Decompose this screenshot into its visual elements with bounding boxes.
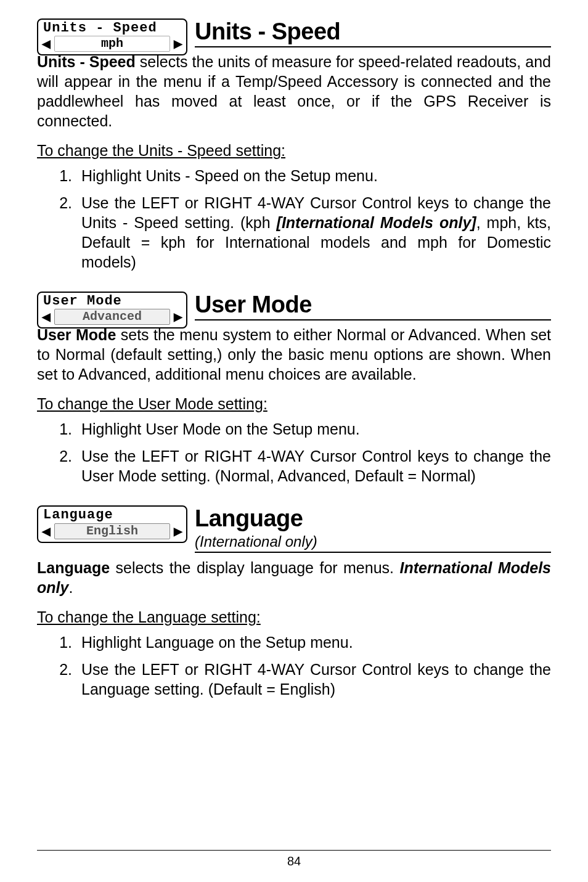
menu-value: Advanced [54, 309, 170, 325]
title-block: Language (International only) [195, 505, 551, 553]
body-paragraph: Language selects the display language fo… [37, 558, 551, 597]
body-mid: selects the display language for menus. [110, 559, 399, 576]
section-title: Units - Speed [195, 18, 551, 45]
section-user-mode: User Mode ◀ Advanced ▶ User Mode User Mo… [37, 292, 551, 486]
section-units-speed: Units - Speed ◀ mph ▶ Units - Speed Unit… [37, 18, 551, 272]
title-rule [195, 319, 551, 321]
right-arrow-icon: ▶ [174, 37, 182, 51]
section-language: Language ◀ English ▶ Language (Internati… [37, 505, 551, 699]
section-title: User Mode [195, 292, 551, 318]
footer-rule [37, 850, 551, 851]
subheading: To change the User Mode setting: [37, 395, 551, 413]
title-block: Units - Speed [195, 18, 551, 47]
right-arrow-icon: ▶ [174, 310, 182, 324]
left-arrow-icon: ◀ [42, 37, 51, 51]
menu-box-user-mode: User Mode ◀ Advanced ▶ [37, 292, 187, 329]
menu-value-row: ◀ English ▶ [38, 523, 186, 542]
menu-value: English [54, 523, 170, 539]
menu-value: mph [54, 36, 170, 52]
title-block: User Mode [195, 292, 551, 321]
subheading: To change the Language setting: [37, 608, 551, 626]
section-title: Language [195, 505, 551, 532]
step-item: Highlight Language on the Setup menu. [76, 632, 551, 652]
menu-label: User Mode [38, 293, 186, 309]
step-item: Use the LEFT or RIGHT 4-WAY Cursor Contr… [76, 446, 551, 486]
page-footer: 84 [37, 850, 551, 868]
lead-bold: User Mode [37, 326, 116, 343]
title-rule [195, 552, 551, 553]
right-arrow-icon: ▶ [174, 525, 182, 538]
header-row: User Mode ◀ Advanced ▶ User Mode [37, 292, 551, 329]
body-bold: Language [37, 559, 110, 576]
lead-paragraph: User Mode sets the menu system to either… [37, 325, 551, 384]
header-row: Language ◀ English ▶ Language (Internati… [37, 505, 551, 553]
subheading: To change the Units - Speed setting: [37, 142, 551, 160]
title-rule [195, 46, 551, 47]
menu-label: Language [38, 507, 186, 523]
step-item: Use the LEFT or RIGHT 4-WAY Cursor Contr… [76, 659, 551, 699]
menu-box-language: Language ◀ English ▶ [37, 505, 187, 542]
section-subtitle: (International only) [195, 533, 551, 550]
page-number: 84 [37, 854, 551, 868]
step-item: Highlight Units - Speed on the Setup men… [76, 166, 551, 186]
steps-list: Highlight User Mode on the Setup menu. U… [37, 419, 551, 486]
left-arrow-icon: ◀ [42, 310, 51, 324]
menu-box-units-speed: Units - Speed ◀ mph ▶ [37, 18, 187, 55]
step-item: Use the LEFT or RIGHT 4-WAY Cursor Contr… [76, 193, 551, 272]
step-item: Highlight User Mode on the Setup menu. [76, 419, 551, 439]
lead-bold: Units - Speed [37, 53, 136, 70]
body-end: . [68, 579, 73, 596]
lead-paragraph: Units - Speed selects the units of measu… [37, 52, 551, 131]
menu-label: Units - Speed [38, 20, 186, 36]
header-row: Units - Speed ◀ mph ▶ Units - Speed [37, 18, 551, 55]
steps-list: Highlight Units - Speed on the Setup men… [37, 166, 551, 272]
steps-list: Highlight Language on the Setup menu. Us… [37, 632, 551, 699]
step-ital: [International Models only] [277, 214, 476, 231]
left-arrow-icon: ◀ [42, 525, 51, 538]
